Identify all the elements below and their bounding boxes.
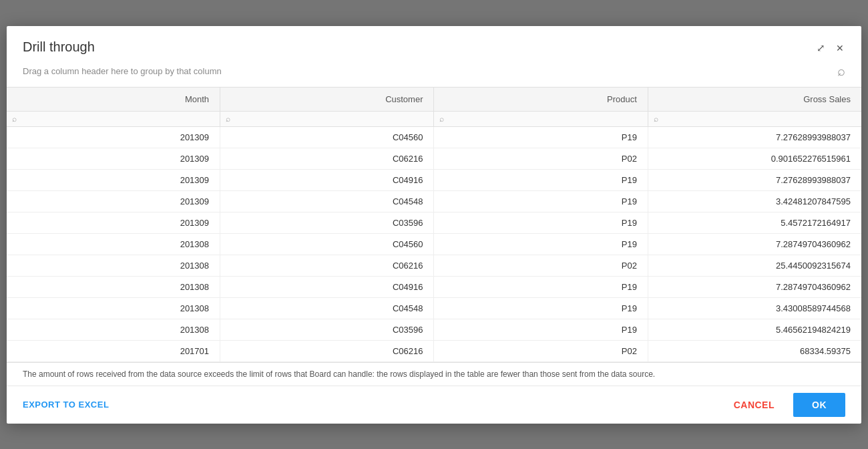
table-row: 201308C06216P0225.4450092315674 — [7, 255, 861, 276]
cell-customer: C03596 — [220, 212, 434, 233]
footer-message-text: The amount of rows received from the dat… — [23, 369, 655, 379]
cell-customer: C04560 — [220, 233, 434, 255]
cell-month: 201308 — [7, 319, 220, 340]
cell-gross_sales: 0.901652276515961 — [648, 148, 861, 169]
header-icons — [815, 41, 845, 55]
col-header-customer[interactable]: Customer — [220, 88, 434, 112]
filter-customer: ⌕ — [220, 111, 434, 126]
table-row: 201309C04548P193.42481207847595 — [7, 190, 861, 212]
cell-month: 201309 — [7, 169, 220, 190]
cell-month: 201308 — [7, 233, 220, 255]
cell-gross_sales: 68334.59375 — [648, 340, 861, 361]
cell-product: P02 — [434, 340, 648, 361]
table-body: 201309C04560P197.27628993988037201309C06… — [7, 126, 861, 361]
table-container: Month Customer Product Gross Sales ⌕ — [7, 87, 861, 362]
filter-month: ⌕ — [7, 111, 220, 126]
cell-customer: C06216 — [220, 148, 434, 169]
cell-gross_sales: 7.28749704360962 — [648, 276, 861, 297]
drag-hint-text: Drag a column header here to group by th… — [23, 66, 222, 76]
cell-product: P19 — [434, 276, 648, 297]
cell-gross_sales: 5.46562194824219 — [648, 319, 861, 340]
table-row: 201309C03596P195.4572172164917 — [7, 212, 861, 233]
cell-product: P19 — [434, 233, 648, 255]
cell-month: 201308 — [7, 276, 220, 297]
filter-customer-input[interactable] — [233, 114, 428, 124]
close-button[interactable] — [835, 41, 845, 55]
data-table: Month Customer Product Gross Sales ⌕ — [7, 88, 861, 362]
cell-month: 201308 — [7, 255, 220, 276]
table-row: 201309C04560P197.27628993988037 — [7, 126, 861, 148]
cell-gross_sales: 5.4572172164917 — [648, 212, 861, 233]
cell-product: P02 — [434, 255, 648, 276]
cell-product: P19 — [434, 126, 648, 148]
cell-product: P19 — [434, 319, 648, 340]
export-to-excel-button[interactable]: EXPORT TO EXCEL — [23, 400, 109, 410]
footer-message: The amount of rows received from the dat… — [7, 362, 861, 386]
cell-gross_sales: 3.43008589744568 — [648, 297, 861, 319]
filter-month-icon: ⌕ — [12, 114, 17, 124]
cell-customer: C04916 — [220, 276, 434, 297]
table-row: 201308C04560P197.28749704360962 — [7, 233, 861, 255]
close-icon — [836, 42, 844, 54]
footer-right-buttons: CANCEL OK — [726, 393, 845, 417]
filter-gross-sales-icon: ⌕ — [654, 114, 658, 124]
cell-customer: C06216 — [220, 340, 434, 361]
cell-product: P19 — [434, 212, 648, 233]
filter-row: ⌕ ⌕ ⌕ — [7, 111, 861, 126]
cell-month: 201309 — [7, 190, 220, 212]
footer-actions: EXPORT TO EXCEL CANCEL OK — [7, 386, 861, 424]
col-header-gross-sales[interactable]: Gross Sales — [648, 88, 861, 112]
cell-customer: C04916 — [220, 169, 434, 190]
drag-hint-bar: Drag a column header here to group by th… — [7, 61, 861, 87]
cell-customer: C04560 — [220, 126, 434, 148]
col-header-product[interactable]: Product — [434, 88, 648, 112]
cell-product: P19 — [434, 169, 648, 190]
ok-button[interactable]: OK — [793, 393, 845, 417]
filter-customer-icon: ⌕ — [226, 114, 230, 124]
table-row: 201309C04916P197.27628993988037 — [7, 169, 861, 190]
filter-product: ⌕ — [434, 111, 648, 126]
table-row: 201308C04916P197.28749704360962 — [7, 276, 861, 297]
dialog-header: Drill through — [7, 26, 861, 61]
col-header-month[interactable]: Month — [7, 88, 220, 112]
cell-month: 201309 — [7, 212, 220, 233]
cell-month: 201308 — [7, 297, 220, 319]
filter-product-icon: ⌕ — [439, 114, 444, 124]
expand-button[interactable] — [815, 41, 827, 55]
cell-product: P19 — [434, 297, 648, 319]
cell-gross_sales: 3.42481207847595 — [648, 190, 861, 212]
cell-gross_sales: 7.28749704360962 — [648, 233, 861, 255]
filter-product-input[interactable] — [447, 114, 642, 124]
cell-month: 201309 — [7, 148, 220, 169]
cell-month: 201701 — [7, 340, 220, 361]
cell-gross_sales: 7.27628993988037 — [648, 169, 861, 190]
table-row: 201701C06216P0268334.59375 — [7, 340, 861, 361]
table-row: 201308C04548P193.43008589744568 — [7, 297, 861, 319]
column-header-row: Month Customer Product Gross Sales — [7, 88, 861, 112]
cell-customer: C04548 — [220, 297, 434, 319]
search-icon-top[interactable] — [837, 63, 845, 79]
table-row: 201308C03596P195.46562194824219 — [7, 319, 861, 340]
cancel-button[interactable]: CANCEL — [726, 394, 783, 416]
cell-product: P02 — [434, 148, 648, 169]
cell-customer: C06216 — [220, 255, 434, 276]
cell-gross_sales: 25.4450092315674 — [648, 255, 861, 276]
cell-customer: C04548 — [220, 190, 434, 212]
filter-month-input[interactable] — [19, 114, 214, 124]
drill-through-dialog: Drill through Drag a column header here … — [7, 26, 861, 424]
filter-gross-sales-input[interactable] — [661, 114, 856, 124]
cell-gross_sales: 7.27628993988037 — [648, 126, 861, 148]
cell-product: P19 — [434, 190, 648, 212]
expand-icon — [817, 42, 825, 54]
table-row: 201309C06216P020.901652276515961 — [7, 148, 861, 169]
filter-gross-sales: ⌕ — [648, 111, 861, 126]
cell-month: 201309 — [7, 126, 220, 148]
cell-customer: C03596 — [220, 319, 434, 340]
dialog-title: Drill through — [23, 39, 95, 55]
